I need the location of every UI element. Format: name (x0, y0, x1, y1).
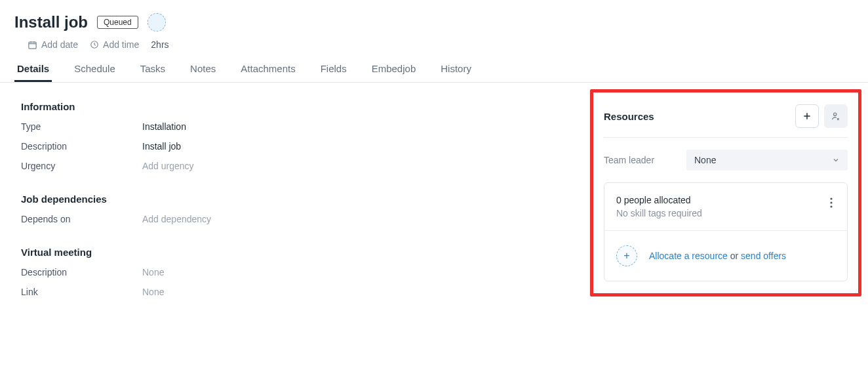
allocate-circle-button[interactable]: + (616, 245, 637, 266)
allocated-count: 0 people allocated (616, 195, 702, 205)
send-offers-link[interactable]: send offers (741, 251, 786, 261)
add-date-button[interactable]: Add date (28, 39, 78, 50)
add-time-button[interactable]: Add time (90, 39, 139, 50)
vm-description-value[interactable]: None (142, 267, 164, 277)
svg-rect-0 (29, 42, 36, 49)
plus-icon (802, 111, 812, 121)
virtual-meeting-heading: Virtual meeting (21, 247, 562, 258)
tab-fields[interactable]: Fields (318, 58, 349, 82)
add-resource-button[interactable] (795, 104, 819, 128)
tab-schedule[interactable]: Schedule (71, 58, 118, 82)
add-time-label: Add time (103, 39, 139, 50)
team-leader-value: None (694, 155, 716, 165)
tabs: Details Schedule Tasks Notes Attachments… (0, 58, 868, 83)
information-heading: Information (21, 101, 562, 112)
duration-value: 2hrs (151, 39, 168, 50)
assignee-avatar-placeholder[interactable] (148, 13, 166, 31)
kebab-icon (830, 197, 833, 208)
add-date-label: Add date (41, 39, 78, 50)
status-badge: Queued (97, 16, 138, 29)
vm-link-value[interactable]: None (142, 287, 164, 297)
depends-on-placeholder[interactable]: Add dependency (142, 214, 211, 224)
resources-heading: Resources (604, 111, 654, 122)
svg-point-5 (830, 205, 832, 207)
urgency-placeholder[interactable]: Add urgency (142, 161, 194, 171)
plus-icon: + (623, 250, 629, 262)
depends-on-label: Depends on (21, 214, 142, 224)
or-text: or (728, 251, 741, 261)
svg-point-3 (830, 197, 832, 199)
allocation-box: 0 people allocated No skill tags require… (604, 182, 848, 281)
person-remove-icon (831, 111, 841, 121)
allocation-menu-button[interactable] (827, 195, 835, 213)
description-label: Description (21, 141, 142, 152)
allocation-text: Allocate a resource or send offers (649, 251, 786, 261)
resources-panel: Resources Team leader (590, 89, 861, 296)
clock-icon (90, 40, 99, 49)
vm-link-label: Link (21, 287, 142, 297)
tab-details[interactable]: Details (14, 58, 52, 82)
tab-notes[interactable]: Notes (187, 58, 218, 82)
vm-description-label: Description (21, 267, 142, 277)
svg-point-2 (834, 113, 837, 115)
dependencies-heading: Job dependencies (21, 194, 562, 205)
tab-attachments[interactable]: Attachments (238, 58, 298, 82)
urgency-label: Urgency (21, 161, 142, 171)
team-leader-select[interactable]: None (686, 150, 848, 171)
description-value[interactable]: Install job (142, 141, 181, 152)
chevron-down-icon (832, 156, 840, 164)
skill-tags-note: No skill tags required (616, 208, 702, 218)
page-title: Install job (14, 13, 88, 31)
team-leader-label: Team leader (604, 155, 676, 165)
type-label: Type (21, 121, 142, 132)
tab-history[interactable]: History (438, 58, 474, 82)
allocate-resource-link[interactable]: Allocate a resource (649, 251, 728, 261)
tab-embedjob[interactable]: Embedjob (369, 58, 419, 82)
type-value[interactable]: Installation (142, 121, 186, 132)
tab-tasks[interactable]: Tasks (138, 58, 168, 82)
svg-point-4 (830, 201, 832, 203)
remove-resource-button[interactable] (824, 104, 848, 128)
calendar-icon (28, 40, 37, 50)
